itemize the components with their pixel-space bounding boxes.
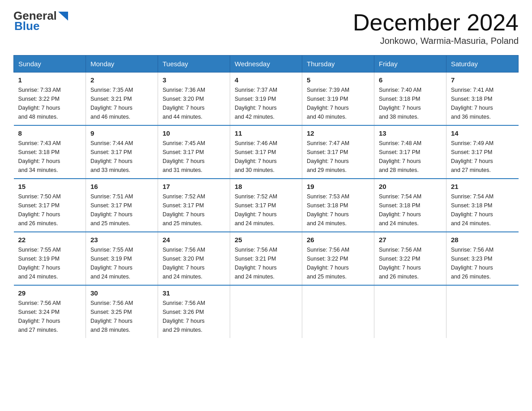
day-number: 31: [163, 289, 225, 297]
day-info: Sunrise: 7:36 AMSunset: 3:20 PMDaylight:…: [163, 87, 205, 120]
day-number: 20: [379, 183, 442, 190]
day-info: Sunrise: 7:40 AMSunset: 3:18 PMDaylight:…: [379, 87, 421, 120]
day-number: 9: [90, 129, 153, 137]
header-tuesday: Tuesday: [158, 56, 230, 73]
calendar-day-cell: 15 Sunrise: 7:50 AMSunset: 3:17 PMDaylig…: [14, 179, 86, 232]
calendar-day-cell: [230, 285, 302, 338]
calendar-day-cell: 23 Sunrise: 7:55 AMSunset: 3:19 PMDaylig…: [86, 232, 158, 285]
day-info: Sunrise: 7:43 AMSunset: 3:18 PMDaylight:…: [18, 140, 61, 173]
calendar-week-row: 29 Sunrise: 7:56 AMSunset: 3:24 PMDaylig…: [14, 285, 519, 338]
day-info: Sunrise: 7:56 AMSunset: 3:24 PMDaylight:…: [18, 300, 61, 333]
calendar-day-cell: 27 Sunrise: 7:56 AMSunset: 3:22 PMDaylig…: [374, 232, 446, 285]
calendar-day-cell: 4 Sunrise: 7:37 AMSunset: 3:19 PMDayligh…: [230, 73, 302, 126]
day-info: Sunrise: 7:56 AMSunset: 3:25 PMDaylight:…: [90, 300, 133, 333]
calendar-day-cell: 2 Sunrise: 7:35 AMSunset: 3:21 PMDayligh…: [86, 73, 158, 126]
day-info: Sunrise: 7:56 AMSunset: 3:20 PMDaylight:…: [163, 247, 205, 280]
day-info: Sunrise: 7:56 AMSunset: 3:22 PMDaylight:…: [307, 247, 349, 280]
calendar-day-cell: 9 Sunrise: 7:44 AMSunset: 3:17 PMDayligh…: [86, 125, 158, 179]
calendar-day-cell: 6 Sunrise: 7:40 AMSunset: 3:18 PMDayligh…: [374, 73, 446, 126]
day-info: Sunrise: 7:54 AMSunset: 3:18 PMDaylight:…: [451, 193, 493, 227]
day-number: 1: [18, 76, 82, 84]
title-area: December 2024 Jonkowo, Warmia-Masuria, P…: [353, 9, 519, 46]
calendar-day-cell: 31 Sunrise: 7:56 AMSunset: 3:26 PMDaylig…: [158, 285, 230, 338]
day-info: Sunrise: 7:33 AMSunset: 3:22 PMDaylight:…: [18, 87, 61, 120]
calendar-day-cell: 22 Sunrise: 7:55 AMSunset: 3:19 PMDaylig…: [14, 232, 86, 285]
day-number: 16: [90, 183, 153, 190]
day-info: Sunrise: 7:47 AMSunset: 3:17 PMDaylight:…: [307, 140, 349, 173]
header-saturday: Saturday: [446, 56, 519, 73]
day-info: Sunrise: 7:51 AMSunset: 3:17 PMDaylight:…: [90, 193, 133, 227]
month-title: December 2024: [353, 9, 519, 36]
day-info: Sunrise: 7:54 AMSunset: 3:18 PMDaylight:…: [379, 193, 421, 227]
calendar-day-cell: 7 Sunrise: 7:41 AMSunset: 3:18 PMDayligh…: [446, 73, 519, 126]
day-number: 4: [235, 76, 297, 84]
day-number: 17: [163, 183, 225, 190]
day-number: 18: [235, 183, 297, 190]
day-info: Sunrise: 7:45 AMSunset: 3:17 PMDaylight:…: [163, 140, 205, 173]
day-info: Sunrise: 7:55 AMSunset: 3:19 PMDaylight:…: [90, 247, 133, 280]
calendar-day-cell: [302, 285, 374, 338]
calendar-day-cell: 11 Sunrise: 7:46 AMSunset: 3:17 PMDaylig…: [230, 125, 302, 179]
day-info: Sunrise: 7:56 AMSunset: 3:21 PMDaylight:…: [235, 247, 277, 280]
day-info: Sunrise: 7:49 AMSunset: 3:17 PMDaylight:…: [451, 140, 493, 173]
calendar-day-cell: 24 Sunrise: 7:56 AMSunset: 3:20 PMDaylig…: [158, 232, 230, 285]
day-number: 22: [18, 236, 82, 244]
calendar-day-cell: 1 Sunrise: 7:33 AMSunset: 3:22 PMDayligh…: [14, 73, 86, 126]
calendar-day-cell: [446, 285, 519, 338]
day-info: Sunrise: 7:52 AMSunset: 3:17 PMDaylight:…: [163, 193, 205, 227]
svg-marker-0: [58, 12, 68, 21]
day-number: 26: [307, 236, 369, 244]
day-number: 25: [235, 236, 297, 244]
day-info: Sunrise: 7:37 AMSunset: 3:19 PMDaylight:…: [235, 87, 277, 120]
calendar-header-row: SundayMondayTuesdayWednesdayThursdayFrid…: [14, 56, 519, 73]
calendar-week-row: 22 Sunrise: 7:55 AMSunset: 3:19 PMDaylig…: [14, 232, 519, 285]
calendar-day-cell: 20 Sunrise: 7:54 AMSunset: 3:18 PMDaylig…: [374, 179, 446, 232]
logo-arrow-icon: [58, 12, 68, 21]
calendar-day-cell: 19 Sunrise: 7:53 AMSunset: 3:18 PMDaylig…: [302, 179, 374, 232]
calendar-day-cell: 8 Sunrise: 7:43 AMSunset: 3:18 PMDayligh…: [14, 125, 86, 179]
day-number: 8: [18, 129, 82, 137]
calendar-day-cell: 16 Sunrise: 7:51 AMSunset: 3:17 PMDaylig…: [86, 179, 158, 232]
header-wednesday: Wednesday: [230, 56, 302, 73]
calendar-day-cell: 26 Sunrise: 7:56 AMSunset: 3:22 PMDaylig…: [302, 232, 374, 285]
page-header: General Blue December 2024 Jonkowo, Warm…: [13, 9, 519, 46]
calendar-day-cell: 5 Sunrise: 7:39 AMSunset: 3:19 PMDayligh…: [302, 73, 374, 126]
logo-blue-text: Blue: [14, 19, 39, 33]
day-number: 14: [451, 129, 514, 137]
header-thursday: Thursday: [302, 56, 374, 73]
day-number: 28: [451, 236, 514, 244]
calendar-table: SundayMondayTuesdayWednesdayThursdayFrid…: [13, 55, 519, 338]
calendar-day-cell: 18 Sunrise: 7:52 AMSunset: 3:17 PMDaylig…: [230, 179, 302, 232]
calendar-day-cell: 10 Sunrise: 7:45 AMSunset: 3:17 PMDaylig…: [158, 125, 230, 179]
day-number: 24: [163, 236, 225, 244]
day-info: Sunrise: 7:35 AMSunset: 3:21 PMDaylight:…: [90, 87, 133, 120]
calendar-week-row: 8 Sunrise: 7:43 AMSunset: 3:18 PMDayligh…: [14, 125, 519, 179]
day-number: 7: [451, 76, 514, 84]
day-number: 19: [307, 183, 369, 190]
calendar-week-row: 1 Sunrise: 7:33 AMSunset: 3:22 PMDayligh…: [14, 73, 519, 126]
day-number: 13: [379, 129, 442, 137]
calendar-day-cell: 29 Sunrise: 7:56 AMSunset: 3:24 PMDaylig…: [14, 285, 86, 338]
calendar-day-cell: 3 Sunrise: 7:36 AMSunset: 3:20 PMDayligh…: [158, 73, 230, 126]
day-number: 23: [90, 236, 153, 244]
day-number: 11: [235, 129, 297, 137]
logo-area: General Blue: [13, 9, 68, 33]
calendar-day-cell: 12 Sunrise: 7:47 AMSunset: 3:17 PMDaylig…: [302, 125, 374, 179]
day-info: Sunrise: 7:56 AMSunset: 3:22 PMDaylight:…: [379, 247, 421, 280]
header-monday: Monday: [86, 56, 158, 73]
day-number: 27: [379, 236, 442, 244]
calendar-day-cell: 21 Sunrise: 7:54 AMSunset: 3:18 PMDaylig…: [446, 179, 519, 232]
day-info: Sunrise: 7:56 AMSunset: 3:23 PMDaylight:…: [451, 247, 493, 280]
day-number: 12: [307, 129, 369, 137]
day-number: 29: [18, 289, 82, 297]
location-title: Jonkowo, Warmia-Masuria, Poland: [353, 36, 519, 46]
header-friday: Friday: [374, 56, 446, 73]
calendar-day-cell: [374, 285, 446, 338]
day-number: 30: [90, 289, 153, 297]
day-number: 3: [163, 76, 225, 84]
day-info: Sunrise: 7:48 AMSunset: 3:17 PMDaylight:…: [379, 140, 421, 173]
calendar-day-cell: 17 Sunrise: 7:52 AMSunset: 3:17 PMDaylig…: [158, 179, 230, 232]
day-info: Sunrise: 7:44 AMSunset: 3:17 PMDaylight:…: [90, 140, 133, 173]
calendar-day-cell: 13 Sunrise: 7:48 AMSunset: 3:17 PMDaylig…: [374, 125, 446, 179]
calendar-day-cell: 25 Sunrise: 7:56 AMSunset: 3:21 PMDaylig…: [230, 232, 302, 285]
